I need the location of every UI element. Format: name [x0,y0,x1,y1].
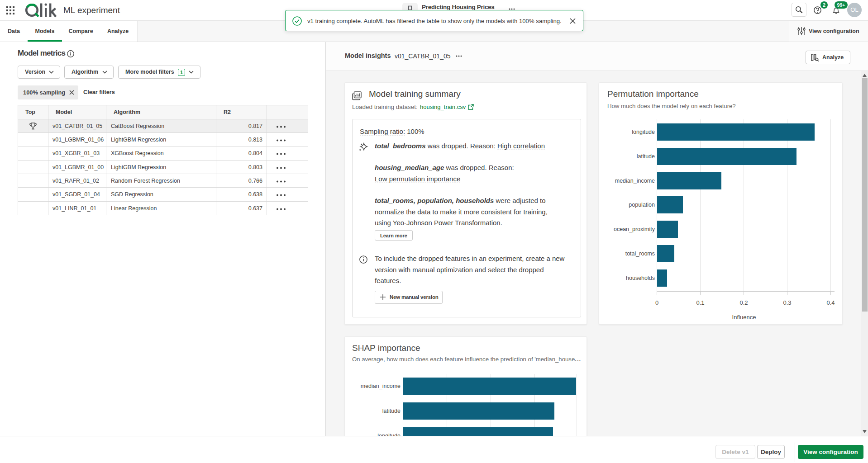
svg-text:ocean_proximity: ocean_proximity [614,226,655,232]
svg-text:households: households [626,275,655,281]
svg-text:total_rooms: total_rooms [625,250,655,257]
svg-text:Influence: Influence [732,314,756,321]
svg-text:0.1: 0.1 [696,299,704,306]
svg-text:0: 0 [655,299,658,306]
svg-text:median_income: median_income [615,178,655,184]
svg-text:0.3: 0.3 [783,299,791,306]
svg-text:latitude: latitude [382,408,401,414]
svg-text:population: population [629,202,655,208]
svg-text:longitude: longitude [632,129,655,135]
svg-text:median_income: median_income [361,383,401,389]
svg-text:0.2: 0.2 [739,299,748,306]
svg-text:latitude: latitude [637,153,655,160]
svg-text:0.4: 0.4 [826,299,835,306]
